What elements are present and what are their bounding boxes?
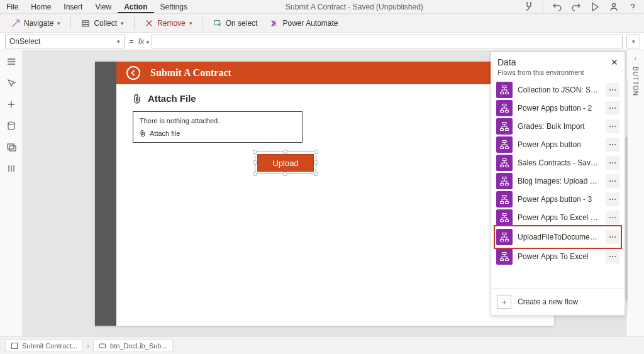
flow-icon bbox=[496, 209, 513, 226]
separator bbox=[203, 17, 203, 30]
svg-rect-31 bbox=[506, 202, 509, 204]
menu-tab-settings[interactable]: Settings bbox=[154, 1, 194, 13]
flow-more-button[interactable]: ⋯ bbox=[606, 192, 619, 206]
insert-icon[interactable] bbox=[6, 78, 16, 88]
canvas-side-strip bbox=[95, 62, 116, 326]
flow-more-button[interactable]: ⋯ bbox=[606, 211, 619, 224]
flow-more-button[interactable]: ⋯ bbox=[606, 156, 619, 170]
menu-tab-file[interactable]: File bbox=[0, 1, 25, 13]
svg-rect-24 bbox=[501, 165, 504, 167]
attachment-icon bbox=[133, 94, 142, 104]
flow-item[interactable]: Grades: Bulk Import⋯ bbox=[496, 118, 619, 135]
chevron-left-icon[interactable]: ‹ bbox=[635, 55, 636, 62]
chevron-down-icon: ▾ bbox=[117, 38, 120, 45]
share-icon[interactable] bbox=[609, 2, 619, 12]
flow-icon bbox=[496, 82, 513, 98]
flow-item[interactable]: Power Apps button - 3⋯ bbox=[496, 191, 619, 207]
redo-icon[interactable] bbox=[571, 2, 581, 12]
svg-rect-23 bbox=[502, 159, 506, 161]
play-icon[interactable] bbox=[590, 2, 600, 12]
add-icon[interactable] bbox=[6, 99, 16, 109]
section-title: Attach File bbox=[148, 93, 196, 104]
svg-rect-27 bbox=[501, 184, 504, 185]
media-icon[interactable] bbox=[6, 142, 16, 152]
svg-rect-20 bbox=[502, 141, 506, 143]
attach-file-label[interactable]: Attach file bbox=[150, 130, 180, 137]
flow-more-button[interactable]: ⋯ bbox=[606, 230, 619, 244]
svg-rect-38 bbox=[502, 253, 506, 255]
control-breadcrumb[interactable]: btn_DocLib_Sub... bbox=[93, 340, 173, 352]
data-panel-title: Data bbox=[497, 57, 516, 67]
advanced-tools-icon[interactable] bbox=[6, 163, 16, 174]
flow-item[interactable]: Blog Images: Upload Ph...⋯ bbox=[496, 173, 619, 189]
screen-breadcrumb[interactable]: Submit Contract... bbox=[5, 340, 83, 352]
navigate-button[interactable]: Navigate▾ bbox=[6, 17, 65, 30]
attachment-control[interactable]: There is nothing attached. Attach file bbox=[133, 111, 303, 143]
chevron-down-icon: ▾ bbox=[189, 20, 192, 26]
flow-label: Blog Images: Upload Ph... bbox=[518, 177, 601, 185]
close-icon[interactable]: ✕ bbox=[611, 57, 618, 67]
plus-icon: ＋ bbox=[497, 295, 511, 309]
data-icon[interactable] bbox=[6, 121, 16, 131]
menu-tab-home[interactable]: Home bbox=[25, 1, 57, 13]
svg-rect-6 bbox=[82, 25, 89, 26]
menu-bar: FileHomeInsertViewActionSettings Submit … bbox=[0, 0, 644, 14]
flow-more-button[interactable]: ⋯ bbox=[606, 119, 619, 133]
create-flow-button[interactable]: ＋ Create a new flow bbox=[491, 288, 625, 315]
svg-rect-35 bbox=[502, 233, 506, 235]
svg-point-2 bbox=[613, 3, 616, 6]
flow-more-button[interactable]: ⋯ bbox=[606, 83, 619, 97]
flow-item[interactable]: Power Apps button - 2⋯ bbox=[496, 100, 619, 116]
attachment-empty-text: There is nothing attached. bbox=[140, 117, 296, 124]
flow-more-button[interactable]: ⋯ bbox=[606, 250, 619, 263]
svg-point-0 bbox=[527, 3, 528, 3]
flow-item[interactable]: Power Apps To Excel XLSX⋯ bbox=[496, 209, 619, 226]
flow-item[interactable]: Collection to JSON: Send...⋯ bbox=[496, 82, 619, 98]
equals-label: = bbox=[125, 37, 138, 46]
svg-rect-37 bbox=[506, 240, 509, 241]
expand-formula-button[interactable]: ▾ bbox=[626, 35, 640, 48]
svg-rect-33 bbox=[501, 220, 504, 222]
flow-label: Sales Contracts - Save A ... bbox=[518, 158, 601, 167]
flow-more-button[interactable]: ⋯ bbox=[606, 174, 619, 188]
svg-rect-10 bbox=[9, 146, 16, 151]
collect-button[interactable]: Collect▾ bbox=[76, 17, 129, 30]
flow-more-button[interactable]: ⋯ bbox=[606, 138, 619, 152]
section-header: Attach File bbox=[116, 84, 554, 109]
flow-item[interactable]: UploadFileToDocumentLi...⋯ bbox=[496, 228, 619, 246]
chevron-down-icon: ▾ bbox=[57, 20, 60, 26]
power-automate-label: Power Automate bbox=[282, 19, 338, 28]
svg-rect-15 bbox=[501, 111, 504, 113]
tree-view-icon[interactable] bbox=[6, 57, 16, 67]
upload-button[interactable]: Upload bbox=[257, 154, 314, 172]
back-button[interactable] bbox=[126, 66, 140, 80]
app-canvas[interactable]: Submit A Contract Attach File There is n… bbox=[95, 62, 554, 326]
formula-input[interactable] bbox=[152, 35, 623, 48]
upload-button-selection: Upload bbox=[257, 154, 314, 172]
svg-rect-11 bbox=[502, 86, 506, 88]
panel-scrollbar[interactable] bbox=[625, 80, 628, 307]
flow-item[interactable]: Sales Contracts - Save A ...⋯ bbox=[496, 155, 619, 171]
help-icon[interactable] bbox=[628, 2, 638, 12]
health-icon[interactable] bbox=[524, 2, 534, 12]
fx-label: fx ▾ bbox=[138, 37, 152, 46]
power-automate-button[interactable]: Power Automate bbox=[265, 17, 343, 30]
svg-rect-5 bbox=[82, 23, 89, 25]
svg-rect-41 bbox=[12, 343, 18, 348]
right-rail-label: BUTTON bbox=[632, 67, 639, 96]
menu-tab-view[interactable]: View bbox=[89, 1, 118, 13]
onselect-button[interactable]: On select bbox=[208, 17, 263, 30]
create-flow-label: Create a new flow bbox=[518, 297, 578, 306]
svg-rect-40 bbox=[506, 259, 509, 261]
menu-tab-insert[interactable]: Insert bbox=[57, 1, 89, 13]
menu-tab-action[interactable]: Action bbox=[118, 1, 153, 13]
flow-item[interactable]: Power Apps To Excel⋯ bbox=[496, 248, 619, 265]
flow-more-button[interactable]: ⋯ bbox=[606, 101, 619, 115]
remove-button[interactable]: Remove▾ bbox=[140, 17, 197, 30]
property-selector[interactable]: OnSelect ▾ bbox=[5, 35, 125, 48]
navigate-label: Navigate bbox=[24, 19, 53, 28]
undo-icon[interactable] bbox=[552, 2, 562, 12]
flow-item[interactable]: Power Apps button⋯ bbox=[496, 136, 619, 153]
flow-icon bbox=[496, 248, 513, 265]
svg-rect-17 bbox=[502, 123, 506, 124]
